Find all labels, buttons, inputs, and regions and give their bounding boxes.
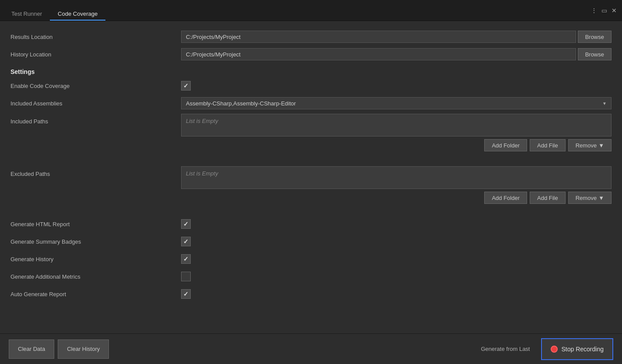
auto-generate-report-label: Auto Generate Report bbox=[10, 291, 181, 298]
maximize-icon[interactable]: ▭ bbox=[601, 7, 607, 14]
main-content: Results Location Browse History Location… bbox=[0, 21, 622, 333]
results-location-row: Results Location Browse bbox=[10, 30, 612, 44]
included-paths-row: Included Paths List is Empty Add Folder … bbox=[10, 114, 612, 155]
menu-icon[interactable]: ⋮ bbox=[591, 7, 597, 14]
excluded-paths-label: Excluded Paths bbox=[10, 166, 181, 177]
generate-history-checkbox[interactable] bbox=[181, 254, 191, 264]
included-paths-remove-button[interactable]: Remove ▼ bbox=[568, 139, 612, 151]
auto-generate-report-row: Auto Generate Report bbox=[10, 287, 612, 301]
generate-history-row: Generate History bbox=[10, 252, 612, 266]
enable-code-coverage-checkbox[interactable] bbox=[181, 81, 191, 91]
dropdown-arrow-icon: ▼ bbox=[602, 101, 607, 106]
included-paths-add-file-button[interactable]: Add File bbox=[530, 139, 566, 151]
generate-summary-badges-label: Generate Summary Badges bbox=[10, 238, 181, 245]
history-location-label: History Location bbox=[10, 51, 181, 58]
remove-dropdown-arrow-icon: ▼ bbox=[598, 142, 604, 149]
included-paths-section: List is Empty Add Folder Add File Remove… bbox=[181, 114, 612, 155]
clear-history-button[interactable]: Clear History bbox=[58, 340, 109, 359]
excluded-paths-row: Excluded Paths List is Empty Add Folder … bbox=[10, 166, 612, 207]
history-location-row: History Location Browse bbox=[10, 47, 612, 61]
close-icon[interactable]: ✕ bbox=[612, 7, 617, 14]
results-location-label: Results Location bbox=[10, 34, 181, 40]
bottom-bar-right: Generate from Last Stop Recording bbox=[474, 338, 613, 360]
excluded-paths-list[interactable]: List is Empty bbox=[181, 166, 612, 189]
included-paths-add-folder-button[interactable]: Add Folder bbox=[484, 139, 527, 151]
generate-history-label: Generate History bbox=[10, 256, 181, 262]
enable-code-coverage-label: Enable Code Coverage bbox=[10, 83, 181, 89]
excluded-paths-buttons: Add Folder Add File Remove ▼ bbox=[181, 192, 612, 204]
tab-code-coverage[interactable]: Code Coverage bbox=[50, 0, 105, 21]
generate-from-last-button[interactable]: Generate from Last bbox=[474, 342, 537, 356]
included-assemblies-label: Included Assemblies bbox=[10, 100, 181, 107]
included-assemblies-row: Included Assemblies Assembly-CSharp,Asse… bbox=[10, 96, 612, 110]
excluded-paths-remove-button[interactable]: Remove ▼ bbox=[568, 192, 612, 204]
included-paths-buttons: Add Folder Add File Remove ▼ bbox=[181, 139, 612, 151]
enable-code-coverage-row: Enable Code Coverage bbox=[10, 79, 612, 93]
history-location-browse-button[interactable]: Browse bbox=[578, 48, 612, 60]
tab-test-runner[interactable]: Test Runner bbox=[3, 0, 50, 21]
generate-html-report-label: Generate HTML Report bbox=[10, 221, 181, 228]
generate-summary-badges-checkbox[interactable] bbox=[181, 237, 191, 246]
results-location-input[interactable] bbox=[181, 31, 576, 43]
clear-data-button[interactable]: Clear Data bbox=[9, 340, 54, 359]
included-paths-list[interactable]: List is Empty bbox=[181, 114, 612, 136]
stop-recording-button[interactable]: Stop Recording bbox=[541, 338, 613, 360]
included-paths-label: Included Paths bbox=[10, 114, 181, 125]
remove2-dropdown-arrow-icon: ▼ bbox=[598, 195, 604, 201]
generate-additional-metrics-row: Generate Additional Metrics bbox=[10, 270, 612, 284]
title-bar: Test Runner Code Coverage ⋮ ▭ ✕ bbox=[0, 0, 622, 21]
generate-html-report-checkbox[interactable] bbox=[181, 219, 191, 229]
results-location-browse-button[interactable]: Browse bbox=[578, 31, 612, 43]
excluded-paths-add-folder-button[interactable]: Add Folder bbox=[484, 192, 527, 204]
record-dot-icon bbox=[551, 346, 558, 353]
excluded-paths-add-file-button[interactable]: Add File bbox=[530, 192, 566, 204]
generate-html-report-row: Generate HTML Report bbox=[10, 217, 612, 231]
window-controls: ⋮ ▭ ✕ bbox=[591, 7, 617, 14]
included-assemblies-dropdown[interactable]: Assembly-CSharp,Assembly-CSharp-Editor ▼ bbox=[181, 97, 612, 109]
auto-generate-report-checkbox[interactable] bbox=[181, 289, 191, 299]
generate-additional-metrics-label: Generate Additional Metrics bbox=[10, 273, 181, 280]
excluded-paths-section: List is Empty Add Folder Add File Remove… bbox=[181, 166, 612, 207]
history-location-input[interactable] bbox=[181, 48, 576, 60]
settings-heading: Settings bbox=[10, 68, 612, 75]
generate-additional-metrics-checkbox[interactable] bbox=[181, 272, 191, 281]
bottom-bar: Clear Data Clear History Generate from L… bbox=[0, 333, 622, 364]
generate-summary-badges-row: Generate Summary Badges bbox=[10, 234, 612, 248]
